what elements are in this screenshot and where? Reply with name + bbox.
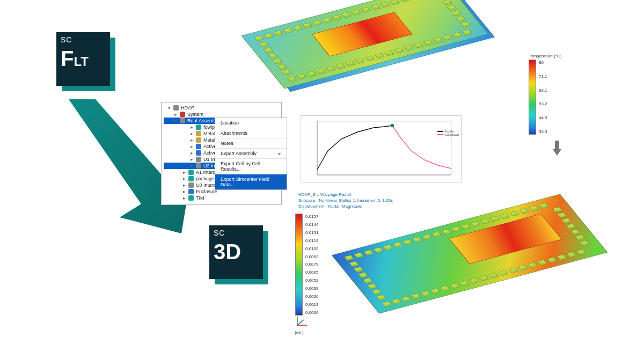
temperature-legend: Temperature (°C) 8071.162.153.244.335.3 (529, 54, 561, 135)
context-menu-label: Export Assembly (221, 151, 257, 156)
tile-flt: SC FLT (56, 32, 110, 86)
legend-tick: 0.0118 (305, 238, 318, 243)
tree-system[interactable]: ▸ System (164, 111, 281, 118)
folder-icon (173, 105, 179, 111)
tree-root-label: HDAP (181, 105, 194, 111)
legend-tick: 0.0052 (305, 278, 318, 283)
expand-icon[interactable]: ▸ (182, 176, 186, 181)
node-icon (196, 157, 201, 162)
legend-tick: 0.0079 (305, 262, 318, 267)
result-header: HDAP_S :: Warpage Result Subcase - Nonli… (298, 192, 393, 209)
expand-icon[interactable]: ▸ (189, 157, 194, 162)
expand-icon[interactable]: ▸ (182, 195, 186, 201)
assembly-icon (180, 118, 185, 123)
legend-tick: 0.0026 (305, 294, 318, 299)
node-icon (188, 195, 194, 201)
node-icon (188, 176, 194, 181)
legend-tick: 53.2 (539, 101, 547, 106)
legend-tick: 44.3 (539, 115, 547, 120)
context-menu-item[interactable]: Notes (215, 138, 287, 149)
node-icon (196, 163, 201, 169)
legend-colorbar: 0.01570.01440.01310.01180.01050.00920.00… (295, 214, 303, 316)
context-menu-item[interactable]: Export Assembly▸ (215, 149, 287, 159)
node-icon (196, 131, 201, 136)
profile-chart: Profile Cooldown (301, 115, 462, 182)
node-icon (196, 124, 201, 130)
node-icon (196, 144, 201, 149)
context-menu-item[interactable]: Export Cell by Cell Results... (215, 159, 287, 174)
tile-front: SC FLT (56, 32, 110, 86)
expand-icon[interactable]: ▸ (182, 170, 186, 175)
chevron-right-icon: ▸ (279, 151, 281, 156)
displacement-legend: 0.01570.01440.01310.01180.01050.00920.00… (295, 214, 303, 316)
tile-main-suf: LT (74, 54, 89, 69)
expand-icon[interactable]: ▸ (189, 124, 194, 130)
tree-root[interactable]: ▾ HDAP (164, 105, 281, 111)
legend-unit: [mm] (295, 331, 304, 334)
tile-3d: SC 3D (209, 225, 263, 279)
die-chip (449, 214, 562, 264)
expand-icon[interactable]: ▾ (167, 105, 171, 111)
legend-tick: 0.0065 (305, 270, 318, 275)
node-icon (188, 182, 194, 188)
svg-rect-2 (317, 121, 451, 175)
chart-canvas (301, 116, 462, 183)
legend-tick: 0.0039 (305, 286, 318, 291)
axes-triad-icon (294, 316, 309, 328)
expand-icon[interactable]: ▸ (189, 137, 194, 143)
legend-tick: 71.1 (539, 74, 547, 79)
expand-icon[interactable]: ▸ (173, 112, 178, 117)
legend-tick: 0.0144 (305, 222, 318, 227)
legend-colorbar: 8071.162.153.244.335.3 (529, 60, 536, 135)
svg-line-8 (297, 320, 304, 325)
svg-point-5 (391, 124, 394, 127)
expand-icon[interactable]: ▸ (189, 150, 194, 156)
chart-legend: Profile Cooldown (437, 130, 459, 136)
legend-tick: 0.0131 (305, 230, 318, 235)
tile-main-label: FLT (61, 47, 106, 70)
tree-item[interactable]: ▸TIM (164, 195, 281, 201)
legend-tick: 0.0000 (305, 310, 318, 315)
context-menu-item[interactable]: Attachments (215, 128, 287, 138)
expand-icon[interactable]: ▸ (189, 163, 194, 169)
tile-sc-label: SC (61, 35, 106, 44)
warpage-render-bottom (332, 194, 608, 313)
expand-icon[interactable]: ▸ (182, 182, 186, 188)
node-icon (196, 137, 201, 143)
legend-title: Temperature (°C) (529, 54, 561, 58)
result-line1: HDAP_S :: Warpage Result (298, 192, 393, 198)
context-menu-label: Export Cell by Cell Results... (221, 161, 281, 172)
expand-icon[interactable]: ▸ (189, 144, 194, 149)
tile-front: SC 3D (209, 225, 263, 279)
expand-icon[interactable]: ▸ (189, 131, 194, 136)
context-menu-label: Notes (221, 141, 233, 146)
legend-tick: 0.0013 (305, 302, 318, 307)
node-icon (188, 170, 194, 175)
small-arrow-down-icon (553, 141, 561, 156)
legend-tick: 62.1 (539, 88, 547, 93)
expand-icon[interactable]: ▸ (182, 189, 186, 194)
pcb-board (332, 194, 608, 313)
legend-tick: 80 (539, 60, 547, 65)
chart-legend-item: Cooldown (444, 133, 459, 136)
context-menu-label: Location (221, 120, 239, 126)
system-icon (180, 112, 185, 117)
legend-tick: 0.0157 (305, 214, 318, 219)
expand-icon[interactable]: ▾ (173, 118, 178, 123)
result-line2: Subcase - Nonlinear Statics 1, Increment… (298, 198, 393, 204)
node-icon (188, 189, 194, 194)
tree-item-label: TIM (196, 195, 204, 201)
thermal-render-top (241, 0, 489, 89)
context-menu-item[interactable]: Location (215, 118, 287, 128)
tree-system-label: System (187, 112, 203, 117)
svg-marker-1 (553, 141, 561, 156)
tile-sc-label: SC (214, 229, 259, 237)
legend-tick: 0.0105 (305, 246, 318, 251)
context-menu[interactable]: LocationAttachmentsNotesExport Assembly▸… (215, 118, 287, 190)
context-menu-item[interactable]: Export Simcenter Field Data... (215, 174, 287, 189)
context-menu-label: Attachments (221, 130, 247, 136)
tile-main-pre: F (61, 47, 74, 70)
tile-main-label: 3D (214, 240, 259, 263)
result-line3: Displacement - Nodal, Magnitude (298, 204, 393, 210)
node-icon (196, 150, 201, 156)
